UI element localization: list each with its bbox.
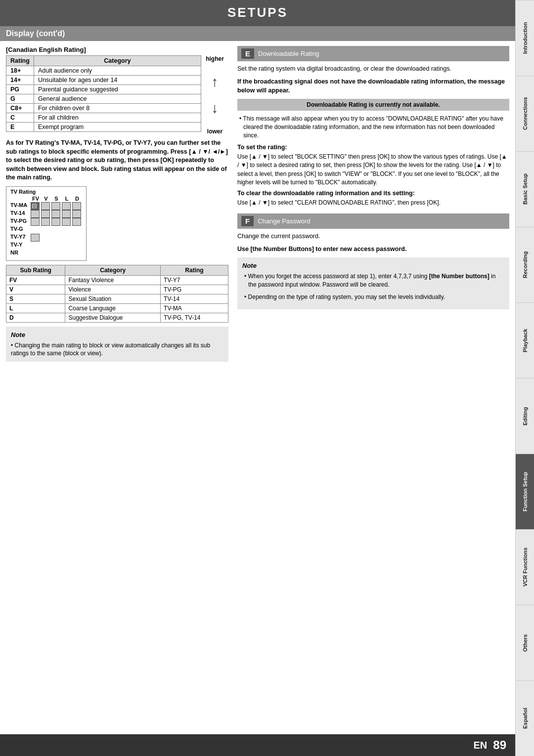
to-clear-body: Use [▲ / ▼] to select "CLEAR DOWNLOADABL…	[237, 199, 509, 207]
sub-s-rating: TV-14	[161, 294, 228, 303]
tv-grid-header: FV V S L D	[10, 196, 82, 202]
rating-table-section: Rating Category 18+ Adult audience only …	[6, 55, 228, 135]
right-note-bullet-2: • Depending on the type of rating system…	[242, 293, 504, 301]
sub-s-category: Sexual Situation	[65, 294, 161, 303]
section-f-letter: F	[241, 216, 254, 226]
left-column: [Canadian English Rating] Rating Categor…	[6, 46, 228, 366]
tv-cell-nr-5	[72, 250, 81, 257]
tv-cell-pg-s[interactable]	[51, 218, 60, 226]
tv-cell-g-5	[72, 226, 81, 234]
tv-cell-pg-v[interactable]	[41, 218, 50, 226]
lower-label: lower	[207, 128, 222, 135]
sub-col-category: Category	[65, 265, 161, 275]
tv-cell-ma-fv[interactable]	[31, 202, 40, 210]
rating-table-wrap: Rating Category 18+ Adult audience only …	[6, 55, 201, 135]
tv-cell-y7-2	[41, 234, 50, 242]
tv-cell-y-5	[72, 242, 81, 250]
sub-d-category: Suggestive Dialogue	[65, 313, 161, 322]
rating-pg: PG	[6, 85, 34, 94]
section-e-label: Downloadable Rating	[258, 50, 319, 57]
right-note-title: Note	[242, 261, 504, 270]
sidebar-tab-others[interactable]: Others	[516, 605, 534, 680]
main-content: SETUPS Display (cont'd) [Canadian Englis…	[0, 0, 515, 756]
table-row: D Suggestive Dialogue TV-PG, TV-14	[6, 313, 228, 322]
sub-l: L	[6, 303, 65, 313]
tv-cell-nr-1	[31, 250, 40, 257]
rating-14plus: 14+	[6, 76, 34, 85]
tv-cell-y7-fv[interactable]	[31, 234, 40, 242]
tv-cell-pg-fv[interactable]	[31, 218, 40, 226]
tv-cell-14-l[interactable]	[62, 210, 71, 218]
tv-cell-ma-v[interactable]	[41, 202, 50, 210]
rating-c: C	[6, 113, 34, 123]
category-g: General audience	[34, 94, 201, 104]
tv-row-14: TV-14	[10, 210, 82, 218]
sidebar-tab-connections[interactable]: Connections	[516, 76, 534, 151]
sidebar-tab-playback[interactable]: Playback	[516, 302, 534, 378]
tv-row-nr: NR	[10, 250, 82, 257]
tv-col-v: V	[41, 196, 51, 202]
tv-rating-grid-box: TV Rating FV V S L D TV-MA	[6, 186, 87, 261]
table-row: G General audience	[6, 94, 201, 104]
tv-cell-nr-2	[41, 250, 50, 257]
tv-cell-g-2	[41, 226, 50, 234]
tv-row-y7: TV-Y7	[10, 234, 82, 242]
to-clear-heading: To clear the downloadable rating informa…	[237, 190, 509, 197]
tv-cell-14-s[interactable]	[51, 210, 60, 218]
right-note-box: Note • When you forget the access passwo…	[237, 257, 509, 309]
table-row: C For all children	[6, 113, 201, 123]
sub-col-subrating: Sub Rating	[6, 265, 65, 275]
tv-cell-pg-l[interactable]	[62, 218, 71, 226]
table-row: 18+ Adult audience only	[6, 66, 201, 76]
to-set-body: Use [▲ / ▼] to select "BLOCK SETTING" th…	[237, 153, 509, 187]
sidebar-tab-vcr-functions[interactable]: VCR Functions	[516, 529, 534, 605]
tv-cell-pg-d[interactable]	[72, 218, 81, 226]
tv-cell-14-d[interactable]	[72, 210, 81, 218]
sidebar-tab-introduction[interactable]: Introduction	[516, 0, 534, 76]
tv-cell-ma-d[interactable]	[72, 202, 81, 210]
tv-col-empty	[10, 196, 30, 202]
sub-v-rating: TV-PG	[161, 285, 228, 294]
sub-l-category: Coarse Language	[65, 303, 161, 313]
section-e-header: E Downloadable Rating	[237, 46, 509, 61]
tv-cell-y-4	[62, 242, 71, 250]
sub-v-category: Violence	[65, 285, 161, 294]
sub-l-rating: TV-MA	[161, 303, 228, 313]
sidebar-tab-basic-setup[interactable]: Basic Setup	[516, 151, 534, 227]
canadian-rating-label: [Canadian English Rating]	[6, 46, 228, 53]
page-title: SETUPS	[0, 0, 515, 26]
tv-cell-g-3	[51, 226, 60, 234]
en-label: EN	[474, 740, 488, 751]
right-column: E Downloadable Rating Set the rating sys…	[237, 46, 509, 366]
tv-cell-14-v[interactable]	[41, 210, 50, 218]
sub-fv: FV	[6, 275, 65, 285]
tv-cell-nr-4	[62, 250, 71, 257]
tv-col-s: S	[51, 196, 61, 202]
left-note-box: Note • Changing the main rating to block…	[6, 327, 228, 362]
section-header: Display (cont'd)	[0, 26, 515, 41]
bottom-bar: EN 89	[0, 734, 515, 756]
tv-14-label: TV-14	[10, 210, 30, 218]
section-f-label: Change Password	[258, 217, 310, 225]
f-paragraph-1: Change the current password.	[237, 232, 509, 241]
tv-cell-14-fv[interactable]	[31, 210, 40, 218]
tv-cell-ma-l[interactable]	[62, 202, 71, 210]
sub-rating-table: Sub Rating Category Rating FV Fantasy Vi…	[6, 265, 228, 323]
sub-col-rating: Rating	[161, 265, 228, 275]
section-e-letter: E	[241, 48, 254, 59]
sidebar-tab-function-setup[interactable]: Function Setup	[516, 454, 534, 529]
category-c8plus: For children over 8	[34, 104, 201, 113]
tv-cell-y7-4	[62, 234, 71, 242]
tv-col-d: D	[72, 196, 82, 202]
sidebar-tab-editing[interactable]: Editing	[516, 378, 534, 454]
table-row: C8+ For children over 8	[6, 104, 201, 113]
left-note-text: • Changing the main rating to block or v…	[11, 341, 223, 358]
tv-cell-ma-s[interactable]	[51, 202, 60, 210]
e-paragraph-2-bold: If the broadcasting signal does not have…	[237, 77, 509, 95]
sidebar-tab-recording[interactable]: Recording	[516, 227, 534, 302]
tv-cell-y7-5	[72, 234, 81, 242]
sub-d-rating: TV-PG, TV-14	[161, 313, 228, 322]
sidebar-tab-espanol[interactable]: Español	[516, 680, 534, 756]
warning-box: Downloadable Rating is currently not ava…	[237, 99, 509, 111]
f-paragraph-2-bold: Use [the Number Buttons] to enter new ac…	[237, 245, 509, 253]
